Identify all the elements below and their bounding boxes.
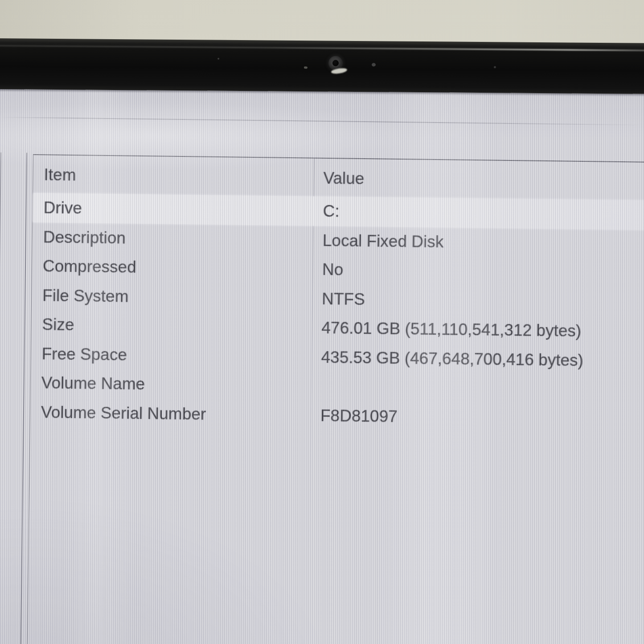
column-header-value[interactable]: Value [323, 169, 364, 188]
laptop-bezel [0, 38, 644, 94]
table-header-row: Item Value [33, 155, 644, 163]
row-value: Local Fixed Disk [322, 226, 443, 256]
row-value: 435.53 GB (467,648,700,416 bytes) [321, 342, 583, 375]
column-header-item[interactable]: Item [44, 165, 76, 185]
table-rows: DriveC:DescriptionLocal Fixed DiskCompre… [33, 155, 644, 163]
row-value: 476.01 GB (511,110,541,312 bytes) [321, 313, 582, 346]
system-info-window: Item Value DriveC:DescriptionLocal Fixed… [0, 85, 644, 644]
row-item-label: Volume Serial Number [41, 398, 206, 429]
laptop-screen: Item Value DriveC:DescriptionLocal Fixed… [0, 85, 644, 644]
row-value: F8D81097 [320, 401, 398, 431]
left-panel-edge [0, 152, 1, 644]
row-value: NTFS [322, 284, 365, 314]
bezel-mic-hole-right [494, 66, 496, 68]
row-item-label: Size [42, 310, 74, 340]
bezel-mic-hole [217, 58, 219, 60]
window-divider-line [0, 117, 644, 125]
row-item-label: Compressed [43, 251, 137, 282]
bezel-reflection-mark [304, 66, 308, 69]
row-item-label: File System [42, 281, 129, 311]
drive-info-table: Item Value DriveC:DescriptionLocal Fixed… [27, 154, 644, 644]
row-value: No [322, 255, 344, 285]
row-item-label: Volume Name [41, 368, 145, 399]
row-value: C: [323, 197, 340, 226]
panel-splitter[interactable] [20, 153, 27, 644]
laptop-screen-photo: Item Value DriveC:DescriptionLocal Fixed… [0, 0, 644, 644]
row-item-label: Drive [43, 193, 82, 223]
row-item-label: Free Space [41, 339, 127, 369]
bezel-sensor-dot [372, 63, 376, 66]
row-item-label: Description [43, 222, 126, 253]
